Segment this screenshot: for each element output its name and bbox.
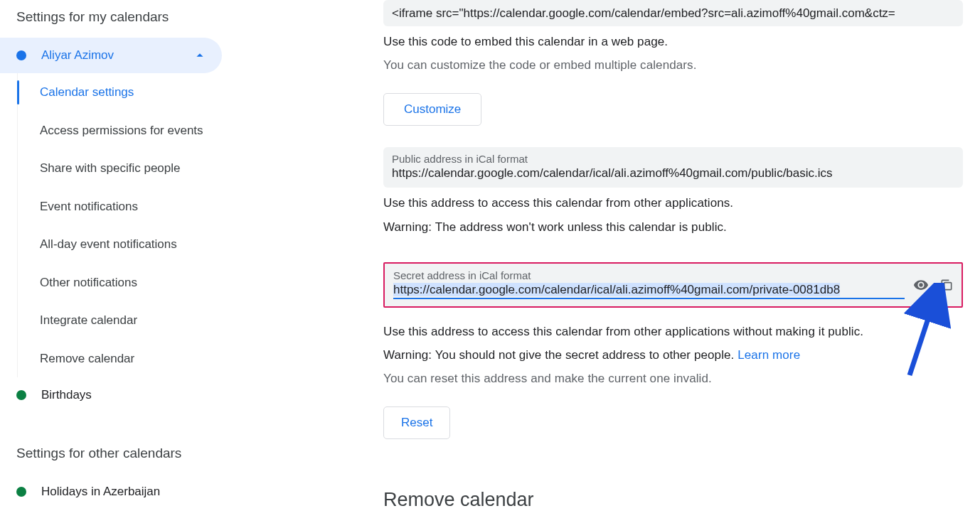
settings-content: <iframe src="https://calendar.google.com… xyxy=(383,0,980,528)
public-ical-desc: Use this address to access this calendar… xyxy=(383,193,963,212)
calendar-color-dot xyxy=(16,50,26,60)
iframe-code-value: <iframe src="https://calendar.google.com… xyxy=(392,6,954,21)
my-calendars-section-title: Settings for my calendars xyxy=(0,5,225,38)
secret-ical-desc: Use this address to access this calendar… xyxy=(383,322,963,341)
embed-desc-2: You can customize the code or embed mult… xyxy=(383,55,963,75)
reset-button[interactable]: Reset xyxy=(383,406,450,439)
eye-icon[interactable] xyxy=(913,277,929,293)
secret-ical-field[interactable]: Secret address in iCal format https://ca… xyxy=(383,262,963,308)
submenu-share-people[interactable]: Share with specific people xyxy=(18,149,225,188)
calendar-item-holidays[interactable]: Holidays in Azerbaijan xyxy=(0,474,225,510)
secret-ical-label: Secret address in iCal format xyxy=(393,269,905,281)
submenu-event-notifications[interactable]: Event notifications xyxy=(18,188,225,226)
settings-sidebar: Settings for my calendars Aliyar Azimov … xyxy=(0,0,225,528)
public-ical-warning: Warning: The address won't work unless t… xyxy=(383,217,963,237)
secret-learn-more-link[interactable]: Learn more xyxy=(737,348,800,362)
public-ical-value: https://calendar.google.com/calendar/ica… xyxy=(392,166,954,181)
calendar-name: Aliyar Azimov xyxy=(41,48,192,63)
embed-desc-1: Use this code to embed this calendar in … xyxy=(383,32,963,51)
other-calendars-section-title: Settings for other calendars xyxy=(0,441,225,474)
calendar-item-birthdays[interactable]: Birthdays xyxy=(0,377,225,413)
submenu-calendar-settings[interactable]: Calendar settings xyxy=(18,73,225,112)
calendar-color-dot xyxy=(16,487,26,497)
remove-calendar-heading: Remove calendar xyxy=(383,489,963,511)
svg-rect-0 xyxy=(944,282,952,289)
selection-underline xyxy=(393,298,905,299)
secret-reset-desc: You can reset this address and make the … xyxy=(383,369,963,388)
submenu-integrate-calendar[interactable]: Integrate calendar xyxy=(18,301,225,340)
submenu-allday-notifications[interactable]: All-day event notifications xyxy=(18,225,225,264)
secret-warn-text: Warning: You should not give the secret … xyxy=(383,348,737,362)
public-ical-field[interactable]: Public address in iCal format https://ca… xyxy=(383,147,963,188)
calendar-color-dot xyxy=(16,390,26,400)
secret-ical-value: https://calendar.google.com/calendar/ica… xyxy=(393,283,840,296)
iframe-code-field[interactable]: <iframe src="https://calendar.google.com… xyxy=(383,0,963,26)
calendar-name: Birthdays xyxy=(41,388,211,402)
remove-calendar-desc: All events in this calendar will be dele… xyxy=(383,524,963,528)
public-ical-label: Public address in iCal format xyxy=(392,153,954,165)
chevron-up-icon xyxy=(192,48,208,63)
submenu-access-permissions[interactable]: Access permissions for events xyxy=(18,112,225,150)
customize-button[interactable]: Customize xyxy=(383,93,481,126)
copy-icon[interactable] xyxy=(939,277,954,293)
calendar-item-aliyar[interactable]: Aliyar Azimov xyxy=(0,38,222,73)
submenu-other-notifications[interactable]: Other notifications xyxy=(18,264,225,302)
calendar-submenu: Calendar settings Access permissions for… xyxy=(17,73,225,377)
calendar-name: Holidays in Azerbaijan xyxy=(41,485,211,499)
secret-ical-warning: Warning: You should not give the secret … xyxy=(383,345,963,365)
submenu-remove-calendar[interactable]: Remove calendar xyxy=(18,340,225,378)
